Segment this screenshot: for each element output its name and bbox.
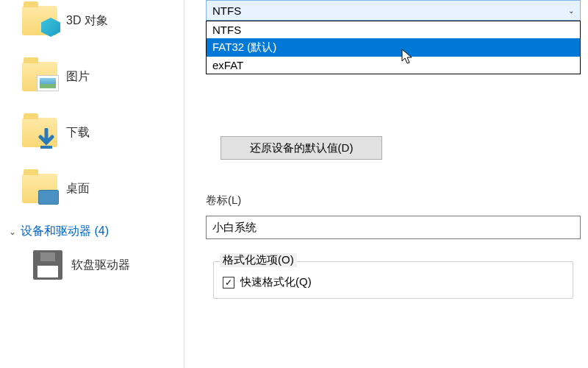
dropdown-value: NTFS xyxy=(212,4,241,17)
quick-format-label: 快速格式化(Q) xyxy=(240,275,312,289)
dropdown-option-fat32[interactable]: FAT32 (默认) xyxy=(207,38,580,57)
folder-icon xyxy=(22,6,57,35)
format-options-caption: 格式化选项(O) xyxy=(220,253,297,267)
format-options-group: 格式化选项(O) ✓ 快速格式化(Q) xyxy=(213,261,573,299)
dropdown-option-exfat[interactable]: exFAT xyxy=(207,57,580,74)
nav-label: 3D 对象 xyxy=(66,13,108,29)
nav-item-pictures[interactable]: 图片 xyxy=(22,56,184,97)
floppy-disk-icon xyxy=(33,250,62,280)
folder-icon xyxy=(22,118,57,147)
svg-rect-0 xyxy=(40,146,52,149)
filesystem-dropdown[interactable]: NTFS ⌄ xyxy=(206,0,581,21)
restore-defaults-button[interactable]: 还原设备的默认值(D) xyxy=(220,136,382,160)
download-arrow-icon xyxy=(37,128,56,150)
quick-format-row[interactable]: ✓ 快速格式化(Q) xyxy=(223,275,564,289)
drive-label: 软盘驱动器 xyxy=(71,258,130,273)
photo-icon xyxy=(37,75,59,91)
folder-icon xyxy=(22,62,57,91)
volume-label-input[interactable] xyxy=(206,216,581,239)
desktop-icon xyxy=(38,190,59,205)
drive-item-floppy[interactable]: 软盘驱动器 xyxy=(33,250,184,280)
dropdown-option-ntfs[interactable]: NTFS xyxy=(207,21,580,38)
nav-label: 桌面 xyxy=(66,181,90,197)
nav-label: 图片 xyxy=(66,69,90,85)
nav-label: 下载 xyxy=(66,125,90,141)
vertical-divider xyxy=(184,0,184,368)
folder-icon xyxy=(22,174,57,203)
quick-format-checkbox[interactable]: ✓ xyxy=(223,277,234,289)
cube-icon xyxy=(41,18,60,37)
navigation-sidebar: 3D 对象 图片 下载 桌面 ⌄ 设备和驱动器 (4) 软盘驱动器 xyxy=(0,0,184,368)
nav-item-desktop[interactable]: 桌面 xyxy=(22,168,184,209)
nav-item-downloads[interactable]: 下载 xyxy=(22,112,184,153)
section-title: 设备和驱动器 (4) xyxy=(21,224,109,239)
nav-item-3d-objects[interactable]: 3D 对象 xyxy=(22,0,184,41)
chevron-down-icon: ⌄ xyxy=(568,7,574,15)
filesystem-dropdown-list: NTFS FAT32 (默认) exFAT xyxy=(206,21,581,74)
volume-label-caption: 卷标(L) xyxy=(206,194,241,208)
section-header-devices[interactable]: ⌄ 设备和驱动器 (4) xyxy=(9,224,184,239)
chevron-down-icon: ⌄ xyxy=(9,227,16,237)
